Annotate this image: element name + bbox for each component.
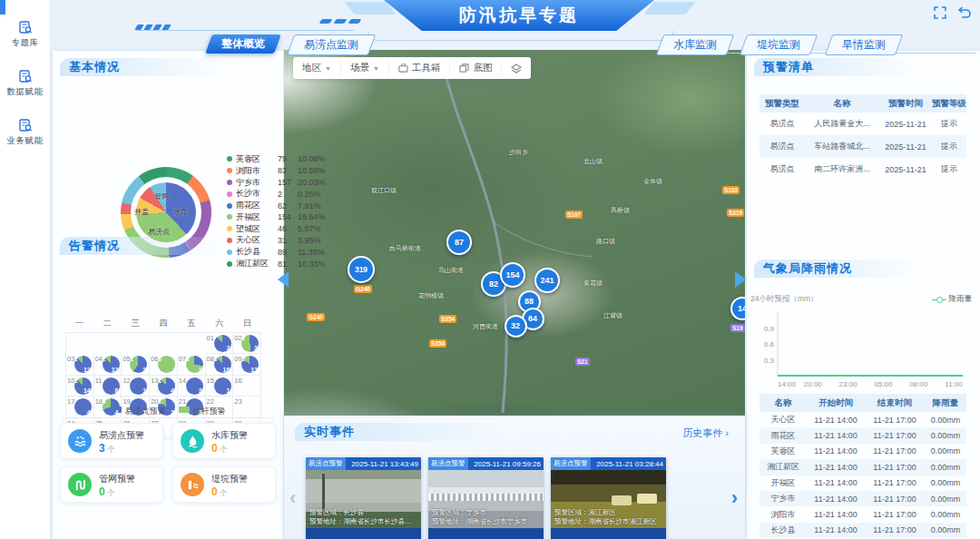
- map-marker-cluster[interactable]: 319: [348, 256, 375, 283]
- map-place-label: 黄花镇: [583, 279, 603, 288]
- calendar-day-05[interactable]: 0532: [122, 354, 150, 375]
- legend-dot-icon: [227, 168, 232, 173]
- left-nav-rail: 专题库 数据赋能 业务赋能: [0, 0, 51, 539]
- stat-card-count: 0个: [211, 442, 227, 456]
- stat-card-count: 0个: [211, 485, 227, 499]
- undo-icon[interactable]: [956, 5, 971, 20]
- blue-alert-count: 1: [226, 387, 230, 394]
- tab-1[interactable]: 易涝点监测: [287, 34, 376, 55]
- weekday-label: 一: [65, 318, 93, 332]
- basic-section-title: 基本情况: [60, 56, 276, 76]
- calendar-day-13[interactable]: 1341: [150, 376, 178, 397]
- stat-card-1[interactable]: 水库预警 0个: [172, 423, 276, 459]
- table-row: 易涝点车站路香城北...2025-11-21提示: [760, 135, 966, 158]
- document-search-icon: [0, 20, 50, 34]
- collapse-right-panel-arrow[interactable]: [735, 271, 746, 288]
- camera-thumbnail: 预警区域：长沙县 预警地址：湖南省长沙市长沙县星沙街道: [306, 470, 421, 528]
- map-marker-cluster[interactable]: 87: [446, 230, 472, 255]
- calendar-day-10[interactable]: 10142: [66, 376, 94, 397]
- event-timestamp: 2025-11-21 13:43:49: [351, 460, 421, 468]
- event-address: 预警地址：湖南省长沙市湘江新区: [554, 517, 662, 526]
- calendar-day-15[interactable]: 151: [206, 376, 234, 397]
- carousel-prev-icon[interactable]: ‹: [289, 486, 296, 510]
- tab-right-2[interactable]: 旱情监测: [825, 34, 903, 55]
- calendar-day-08[interactable]: 08163: [206, 354, 234, 375]
- event-card-1[interactable]: 易涝点预警 2025-11-21 09:59:26 预警区域：宁乡市 预警地址：…: [428, 457, 544, 539]
- map-toolbar-地区[interactable]: 地区 ▼: [293, 62, 341, 74]
- map-marker-cluster[interactable]: 241: [534, 268, 560, 293]
- event-card-footer: [306, 528, 421, 539]
- calendar-day-14[interactable]: 143: [178, 376, 206, 397]
- blue-alert-count: 3: [254, 345, 258, 351]
- map-toolbar-layers-icon[interactable]: [502, 62, 531, 74]
- green-alert-count: 3: [241, 335, 245, 341]
- map-toolbar-底图[interactable]: 底图: [450, 62, 502, 74]
- sidebar-item-1[interactable]: 数据赋能: [0, 69, 50, 98]
- weekday-label: 三: [122, 318, 150, 332]
- tab-right-1[interactable]: 堤垸监测: [740, 34, 818, 55]
- road-badge: S107: [565, 211, 583, 219]
- calendar-day-11[interactable]: 118: [94, 376, 122, 397]
- sidebar-item-2[interactable]: 业务赋能: [0, 118, 50, 147]
- tab-0[interactable]: 整体概览: [205, 34, 281, 54]
- calendar-day-06[interactable]: 066: [150, 354, 178, 375]
- event-card-2[interactable]: 易涝点预警 2025-11-21 03:28:44 预警区域：湘江新区 预警地址…: [551, 457, 666, 539]
- calendar-day-01[interactable]: 013: [206, 333, 234, 354]
- sidebar-item-0[interactable]: 专题库: [0, 20, 50, 49]
- green-alert-count: 1: [158, 377, 162, 384]
- fullscreen-icon[interactable]: [933, 5, 947, 20]
- event-timestamp: 2025-11-21 09:59:26: [474, 460, 544, 468]
- line-marker-icon: [932, 299, 946, 300]
- road-badge: G240: [307, 313, 325, 321]
- legend-row: 芙蓉区7910.08%: [227, 153, 331, 165]
- collapse-left-panel-arrow[interactable]: [278, 271, 289, 288]
- table-row: 湘江新区11-21 14:0011-21 17:000.00mm: [760, 459, 966, 475]
- legend-row: 宁乡市15720.03%: [227, 177, 331, 189]
- map-toolbar-工具箱[interactable]: 工具箱: [389, 62, 451, 74]
- table-row: 天心区11-21 14:0011-21 17:000.00mm: [760, 412, 966, 427]
- table-row: 雨花区11-21 14:0011-21 17:000.00mm: [760, 427, 966, 443]
- map-place-label: 北山镇: [583, 157, 603, 166]
- page-title: 防汛抗旱专题: [384, 0, 654, 31]
- map-place-label: 高桥镇: [611, 206, 630, 215]
- calendar-day-03[interactable]: 03122: [66, 354, 94, 375]
- map-marker-cluster[interactable]: 154: [500, 262, 525, 288]
- flood-point-icon: [68, 429, 92, 453]
- blue-alert-count: 1: [142, 387, 146, 394]
- history-events-link[interactable]: 历史事件 ›: [682, 426, 729, 440]
- dash-decoration-left: [320, 19, 360, 24]
- event-card-footer: [428, 528, 544, 539]
- map-marker-cluster[interactable]: 32: [505, 315, 527, 338]
- camera-thumbnail: 预警区域：宁乡市 预警地址：湖南省长沙市宁乡市: [428, 470, 544, 528]
- blue-alert-count: 13: [250, 367, 258, 373]
- table-row: 芙蓉区11-21 14:0011-21 17:000.00mm: [760, 444, 966, 459]
- basemap-icon: [459, 64, 469, 73]
- stat-card-0[interactable]: 易涝点预警 3个: [60, 423, 163, 459]
- reservoir-icon: [181, 429, 204, 453]
- tab-right-0[interactable]: 水库监测: [656, 34, 734, 55]
- calendar-day-02[interactable]: 0233: [233, 333, 261, 354]
- map-place-label: 金井镇: [643, 177, 662, 186]
- calendar-day-07[interactable]: 0713: [178, 354, 206, 375]
- weekday-label: 六: [205, 318, 233, 332]
- blue-alert-count: 3: [199, 409, 202, 416]
- event-card-header: 易涝点预警 2025-11-21 03:28:44: [551, 457, 666, 470]
- calendar-day-09[interactable]: 09133: [233, 354, 261, 375]
- stat-card-3[interactable]: 堤垸预警 0个: [172, 466, 276, 503]
- calendar-day-04[interactable]: 04122: [94, 354, 122, 375]
- stat-card-2[interactable]: 管网预警 0个: [60, 466, 163, 503]
- blue-alert-count: 3: [226, 345, 230, 351]
- right-panel: 预警清单 预警类型名称预警时间预警等级易涝点人民路黄金大...2025-11-2…: [747, 51, 980, 539]
- map-place-label: 花明楼镇: [418, 291, 444, 300]
- carousel-next-icon[interactable]: ›: [731, 486, 738, 510]
- event-card-0[interactable]: 易涝点预警 2025-11-21 13:43:49 预警区域：长沙县 预警地址：…: [306, 457, 421, 539]
- table-row: 开福区11-21 14:0011-21 17:000.00mm: [760, 475, 966, 491]
- calendar-day-12[interactable]: 121: [122, 376, 150, 397]
- event-region: 预警区域：湘江新区: [554, 508, 662, 517]
- svg-text:20:00: 20:00: [804, 380, 823, 388]
- calendar-day-16[interactable]: 16: [233, 376, 261, 397]
- warning-list-title: 预警清单: [754, 56, 972, 76]
- rain-axis-label: 24小时预报（mm）: [750, 294, 818, 305]
- map-toolbar-场景[interactable]: 场景 ▼: [341, 62, 389, 74]
- rain-section-title: 气象局降雨情况: [754, 258, 972, 278]
